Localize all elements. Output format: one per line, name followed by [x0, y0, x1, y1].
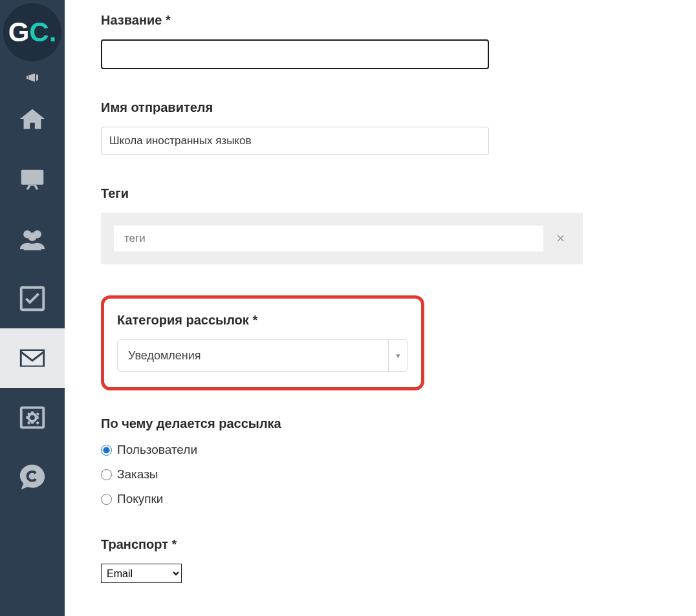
sender-label: Имя отправителя	[101, 100, 696, 115]
mail-icon	[17, 343, 47, 373]
tags-container: ×	[101, 213, 583, 264]
basis-radio-users[interactable]	[101, 445, 112, 456]
sidebar-item-safe[interactable]	[0, 388, 65, 447]
svg-point-3	[28, 232, 36, 240]
users-icon	[17, 224, 47, 254]
category-label: Категория рассылок *	[117, 313, 408, 328]
logo[interactable]: GC.	[0, 0, 65, 65]
field-transport: Транспорт * Email	[101, 537, 696, 583]
safe-icon	[17, 403, 47, 432]
basis-option-label: Пользователи	[117, 443, 197, 457]
sidebar-item-presentation[interactable]	[0, 150, 65, 209]
category-highlight-frame: Категория рассылок * Уведомления ▼	[101, 295, 424, 390]
field-sender: Имя отправителя	[101, 100, 696, 155]
chat-c-icon	[17, 462, 47, 492]
basis-option-purchases[interactable]: Покупки	[101, 492, 696, 506]
sidebar-item-home[interactable]	[0, 90, 65, 150]
sidebar-item-mail[interactable]	[0, 328, 65, 388]
sidebar-item-chat[interactable]	[0, 447, 65, 507]
sidebar-item-announce[interactable]	[0, 65, 65, 90]
svg-rect-5	[21, 408, 44, 428]
field-basis: По чему делается рассылка Пользователи З…	[101, 416, 696, 506]
logo-dot: .	[49, 17, 57, 48]
basis-label: По чему делается рассылка	[101, 416, 696, 431]
field-tags: Теги ×	[101, 186, 696, 264]
basis-option-users[interactable]: Пользователи	[101, 443, 696, 457]
tags-clear-icon[interactable]: ×	[551, 230, 570, 247]
transport-label: Транспорт *	[101, 537, 696, 552]
chevron-down-icon: ▼	[388, 340, 408, 371]
title-label: Название *	[101, 13, 696, 28]
checkbox-icon	[17, 284, 47, 313]
presentation-icon	[17, 165, 47, 195]
basis-radio-purchases[interactable]	[101, 494, 112, 505]
field-category: Категория рассылок * Уведомления ▼	[101, 295, 696, 390]
tags-label: Теги	[101, 186, 696, 201]
sidebar: GC.	[0, 0, 65, 616]
svg-rect-0	[21, 170, 44, 185]
logo-circle: GC.	[3, 3, 61, 61]
sidebar-item-users[interactable]	[0, 209, 65, 269]
transport-select[interactable]: Email	[101, 564, 182, 583]
sidebar-item-tasks[interactable]	[0, 269, 65, 328]
basis-option-orders[interactable]: Заказы	[101, 467, 696, 482]
basis-radio-orders[interactable]	[101, 469, 112, 480]
category-select[interactable]: Уведомления ▼	[117, 339, 408, 372]
basis-option-label: Заказы	[117, 467, 158, 482]
field-title: Название *	[101, 13, 696, 69]
basis-option-label: Покупки	[117, 492, 163, 506]
logo-letter-g: G	[8, 17, 30, 48]
main-content: Название * Имя отправителя Теги × Катего…	[65, 0, 696, 616]
logo-letter-c: C	[29, 17, 49, 48]
title-input[interactable]	[101, 39, 489, 69]
tags-input[interactable]	[114, 226, 543, 251]
category-select-value: Уведомления	[118, 340, 388, 371]
megaphone-icon	[25, 70, 40, 85]
home-icon	[17, 105, 47, 135]
sender-input[interactable]	[101, 127, 489, 155]
